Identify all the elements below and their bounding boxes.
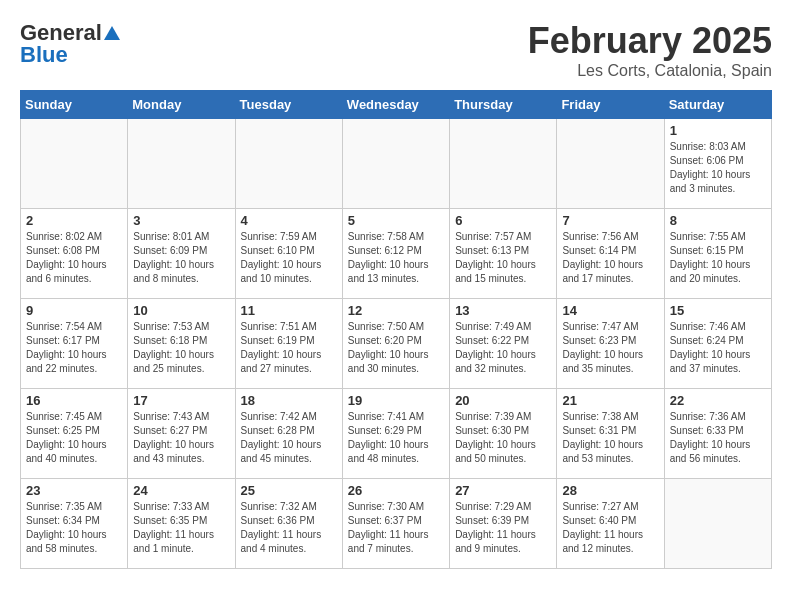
day-cell-13: 13Sunrise: 7:49 AM Sunset: 6:22 PM Dayli… — [450, 299, 557, 389]
day-info: Sunrise: 7:39 AM Sunset: 6:30 PM Dayligh… — [455, 410, 551, 466]
day-info: Sunrise: 7:30 AM Sunset: 6:37 PM Dayligh… — [348, 500, 444, 556]
weekday-header-sunday: Sunday — [21, 91, 128, 119]
day-cell-28: 28Sunrise: 7:27 AM Sunset: 6:40 PM Dayli… — [557, 479, 664, 569]
empty-cell — [664, 479, 771, 569]
empty-cell — [342, 119, 449, 209]
day-cell-24: 24Sunrise: 7:33 AM Sunset: 6:35 PM Dayli… — [128, 479, 235, 569]
day-info: Sunrise: 7:36 AM Sunset: 6:33 PM Dayligh… — [670, 410, 766, 466]
week-row-2: 2Sunrise: 8:02 AM Sunset: 6:08 PM Daylig… — [21, 209, 772, 299]
day-number: 18 — [241, 393, 337, 408]
day-cell-16: 16Sunrise: 7:45 AM Sunset: 6:25 PM Dayli… — [21, 389, 128, 479]
day-cell-20: 20Sunrise: 7:39 AM Sunset: 6:30 PM Dayli… — [450, 389, 557, 479]
day-number: 22 — [670, 393, 766, 408]
day-number: 19 — [348, 393, 444, 408]
logo-triangle-icon — [103, 24, 121, 42]
day-cell-1: 1Sunrise: 8:03 AM Sunset: 6:06 PM Daylig… — [664, 119, 771, 209]
day-info: Sunrise: 7:38 AM Sunset: 6:31 PM Dayligh… — [562, 410, 658, 466]
day-number: 6 — [455, 213, 551, 228]
day-number: 2 — [26, 213, 122, 228]
day-info: Sunrise: 7:50 AM Sunset: 6:20 PM Dayligh… — [348, 320, 444, 376]
day-cell-27: 27Sunrise: 7:29 AM Sunset: 6:39 PM Dayli… — [450, 479, 557, 569]
day-number: 21 — [562, 393, 658, 408]
day-cell-17: 17Sunrise: 7:43 AM Sunset: 6:27 PM Dayli… — [128, 389, 235, 479]
day-cell-11: 11Sunrise: 7:51 AM Sunset: 6:19 PM Dayli… — [235, 299, 342, 389]
day-info: Sunrise: 8:02 AM Sunset: 6:08 PM Dayligh… — [26, 230, 122, 286]
day-info: Sunrise: 7:53 AM Sunset: 6:18 PM Dayligh… — [133, 320, 229, 376]
day-cell-15: 15Sunrise: 7:46 AM Sunset: 6:24 PM Dayli… — [664, 299, 771, 389]
day-number: 15 — [670, 303, 766, 318]
day-info: Sunrise: 7:46 AM Sunset: 6:24 PM Dayligh… — [670, 320, 766, 376]
day-info: Sunrise: 7:56 AM Sunset: 6:14 PM Dayligh… — [562, 230, 658, 286]
empty-cell — [450, 119, 557, 209]
day-number: 8 — [670, 213, 766, 228]
day-info: Sunrise: 7:54 AM Sunset: 6:17 PM Dayligh… — [26, 320, 122, 376]
day-info: Sunrise: 7:29 AM Sunset: 6:39 PM Dayligh… — [455, 500, 551, 556]
weekday-header-friday: Friday — [557, 91, 664, 119]
day-cell-8: 8Sunrise: 7:55 AM Sunset: 6:15 PM Daylig… — [664, 209, 771, 299]
day-cell-2: 2Sunrise: 8:02 AM Sunset: 6:08 PM Daylig… — [21, 209, 128, 299]
day-info: Sunrise: 8:01 AM Sunset: 6:09 PM Dayligh… — [133, 230, 229, 286]
day-number: 20 — [455, 393, 551, 408]
empty-cell — [21, 119, 128, 209]
day-cell-23: 23Sunrise: 7:35 AM Sunset: 6:34 PM Dayli… — [21, 479, 128, 569]
day-info: Sunrise: 7:51 AM Sunset: 6:19 PM Dayligh… — [241, 320, 337, 376]
logo-blue: Blue — [20, 42, 68, 68]
weekday-header-tuesday: Tuesday — [235, 91, 342, 119]
day-info: Sunrise: 7:59 AM Sunset: 6:10 PM Dayligh… — [241, 230, 337, 286]
day-number: 17 — [133, 393, 229, 408]
day-info: Sunrise: 7:33 AM Sunset: 6:35 PM Dayligh… — [133, 500, 229, 556]
day-cell-6: 6Sunrise: 7:57 AM Sunset: 6:13 PM Daylig… — [450, 209, 557, 299]
day-cell-4: 4Sunrise: 7:59 AM Sunset: 6:10 PM Daylig… — [235, 209, 342, 299]
day-number: 9 — [26, 303, 122, 318]
day-cell-26: 26Sunrise: 7:30 AM Sunset: 6:37 PM Dayli… — [342, 479, 449, 569]
day-number: 16 — [26, 393, 122, 408]
logo: General Blue — [20, 20, 122, 68]
weekday-header-monday: Monday — [128, 91, 235, 119]
day-number: 7 — [562, 213, 658, 228]
weekday-header-row: SundayMondayTuesdayWednesdayThursdayFrid… — [21, 91, 772, 119]
svg-marker-0 — [104, 26, 120, 40]
day-number: 26 — [348, 483, 444, 498]
day-number: 27 — [455, 483, 551, 498]
weekday-header-thursday: Thursday — [450, 91, 557, 119]
day-info: Sunrise: 7:55 AM Sunset: 6:15 PM Dayligh… — [670, 230, 766, 286]
day-number: 11 — [241, 303, 337, 318]
day-info: Sunrise: 7:42 AM Sunset: 6:28 PM Dayligh… — [241, 410, 337, 466]
day-info: Sunrise: 7:32 AM Sunset: 6:36 PM Dayligh… — [241, 500, 337, 556]
day-number: 10 — [133, 303, 229, 318]
day-number: 24 — [133, 483, 229, 498]
day-info: Sunrise: 7:35 AM Sunset: 6:34 PM Dayligh… — [26, 500, 122, 556]
week-row-1: 1Sunrise: 8:03 AM Sunset: 6:06 PM Daylig… — [21, 119, 772, 209]
day-info: Sunrise: 7:45 AM Sunset: 6:25 PM Dayligh… — [26, 410, 122, 466]
day-number: 13 — [455, 303, 551, 318]
empty-cell — [128, 119, 235, 209]
day-number: 12 — [348, 303, 444, 318]
location-title: Les Corts, Catalonia, Spain — [528, 62, 772, 80]
day-number: 5 — [348, 213, 444, 228]
day-cell-3: 3Sunrise: 8:01 AM Sunset: 6:09 PM Daylig… — [128, 209, 235, 299]
day-info: Sunrise: 7:49 AM Sunset: 6:22 PM Dayligh… — [455, 320, 551, 376]
day-cell-25: 25Sunrise: 7:32 AM Sunset: 6:36 PM Dayli… — [235, 479, 342, 569]
day-info: Sunrise: 7:57 AM Sunset: 6:13 PM Dayligh… — [455, 230, 551, 286]
week-row-3: 9Sunrise: 7:54 AM Sunset: 6:17 PM Daylig… — [21, 299, 772, 389]
day-cell-12: 12Sunrise: 7:50 AM Sunset: 6:20 PM Dayli… — [342, 299, 449, 389]
weekday-header-wednesday: Wednesday — [342, 91, 449, 119]
day-info: Sunrise: 7:41 AM Sunset: 6:29 PM Dayligh… — [348, 410, 444, 466]
calendar-table: SundayMondayTuesdayWednesdayThursdayFrid… — [20, 90, 772, 569]
day-cell-10: 10Sunrise: 7:53 AM Sunset: 6:18 PM Dayli… — [128, 299, 235, 389]
day-cell-9: 9Sunrise: 7:54 AM Sunset: 6:17 PM Daylig… — [21, 299, 128, 389]
day-number: 3 — [133, 213, 229, 228]
day-cell-21: 21Sunrise: 7:38 AM Sunset: 6:31 PM Dayli… — [557, 389, 664, 479]
day-cell-18: 18Sunrise: 7:42 AM Sunset: 6:28 PM Dayli… — [235, 389, 342, 479]
day-info: Sunrise: 7:47 AM Sunset: 6:23 PM Dayligh… — [562, 320, 658, 376]
week-row-5: 23Sunrise: 7:35 AM Sunset: 6:34 PM Dayli… — [21, 479, 772, 569]
day-number: 14 — [562, 303, 658, 318]
day-info: Sunrise: 7:58 AM Sunset: 6:12 PM Dayligh… — [348, 230, 444, 286]
month-title: February 2025 — [528, 20, 772, 62]
day-number: 4 — [241, 213, 337, 228]
empty-cell — [235, 119, 342, 209]
day-cell-14: 14Sunrise: 7:47 AM Sunset: 6:23 PM Dayli… — [557, 299, 664, 389]
empty-cell — [557, 119, 664, 209]
title-block: February 2025 Les Corts, Catalonia, Spai… — [528, 20, 772, 80]
day-number: 25 — [241, 483, 337, 498]
